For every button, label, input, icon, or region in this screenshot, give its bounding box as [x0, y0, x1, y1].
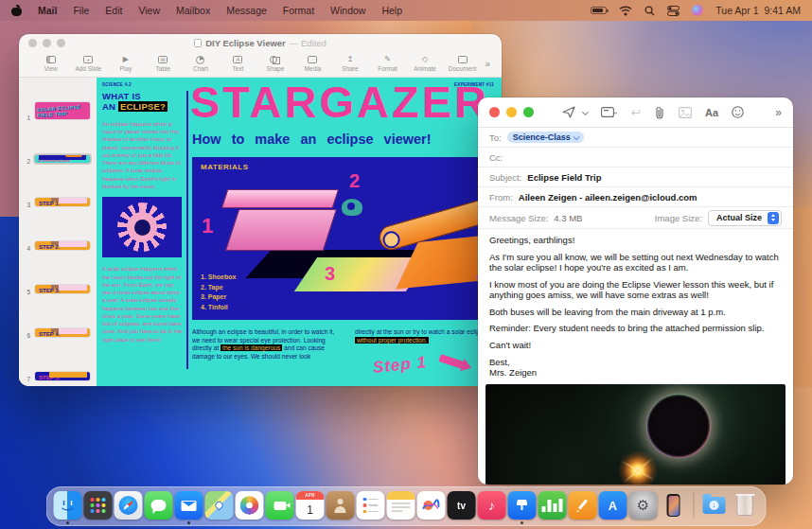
- wifi-icon[interactable]: [619, 6, 632, 16]
- document-proxy-icon[interactable]: [194, 39, 202, 47]
- dock-iphone-mirroring[interactable]: [660, 491, 688, 520]
- reply-button[interactable]: ↩: [631, 106, 641, 119]
- menu-mailbox[interactable]: Mailbox: [176, 5, 210, 16]
- send-button[interactable]: [562, 106, 575, 118]
- mail-compose-window: ↩ Aa » To: Science-Class Cc: Subject: Ec…: [478, 97, 793, 485]
- message-body[interactable]: Greetings, earthlings! As I'm sure you a…: [478, 229, 793, 379]
- dock-keynote[interactable]: [508, 491, 537, 520]
- dock-contacts[interactable]: [327, 491, 355, 520]
- menu-help[interactable]: Help: [381, 5, 402, 16]
- toolbar-shape-button[interactable]: Shape: [256, 55, 294, 72]
- menu-view[interactable]: View: [138, 5, 160, 16]
- image-size-select[interactable]: Actual Size: [708, 210, 782, 226]
- zoom-button[interactable]: [523, 107, 534, 117]
- control-center-icon[interactable]: [667, 6, 680, 16]
- dock-photos[interactable]: [236, 491, 264, 520]
- dock-reminders[interactable]: [357, 491, 385, 520]
- dock: APR 1 tv ♪: [46, 486, 767, 526]
- chart-icon: [196, 56, 204, 64]
- subject-field[interactable]: Subject: Eclipse Field Trip: [478, 168, 793, 187]
- toolbar-share-button[interactable]: ↥ Share: [331, 55, 369, 72]
- maps-pin-icon: [214, 500, 224, 510]
- toolbar-play-button[interactable]: ▶ Play: [107, 55, 145, 72]
- dock-mail[interactable]: [175, 491, 203, 520]
- play-icon: ▶: [123, 55, 129, 64]
- menu-edit[interactable]: Edit: [105, 5, 122, 16]
- header-fields-button[interactable]: [601, 107, 617, 118]
- dock-app-store[interactable]: A: [599, 491, 627, 520]
- to-field[interactable]: To: Science-Class: [478, 128, 793, 148]
- slide-number: 3: [19, 202, 33, 208]
- close-button[interactable]: [489, 107, 500, 117]
- toolbar-document-button[interactable]: Document: [444, 55, 482, 72]
- search-icon[interactable]: [644, 6, 655, 16]
- dock-downloads[interactable]: [700, 491, 729, 520]
- recipient-token[interactable]: Science-Class: [507, 132, 584, 143]
- menu-format[interactable]: Format: [283, 5, 314, 16]
- pages-pen-icon: [576, 499, 590, 512]
- emoji-button[interactable]: [732, 106, 744, 118]
- send-options-chevron[interactable]: [582, 109, 589, 115]
- toolbar-overflow-chevron[interactable]: »: [775, 106, 782, 119]
- slide-navigator: 1 SOLAR ECLIPSE FIELD TRIP 2 STARGAZER 3…: [19, 78, 97, 386]
- eclipse-photo-attachment[interactable]: [485, 384, 786, 485]
- dock-music[interactable]: ♪: [478, 491, 506, 520]
- dock-freeform[interactable]: [417, 491, 446, 520]
- slide-thumbnail-1[interactable]: SOLAR ECLIPSE FIELD TRIP: [35, 102, 90, 119]
- attach-button[interactable]: [655, 106, 664, 119]
- toolbar-table-button[interactable]: ⊞ Table: [145, 55, 183, 72]
- dock-launchpad[interactable]: [84, 491, 113, 520]
- dock-apple-tv[interactable]: tv: [448, 491, 476, 520]
- slide-thumbnail-5[interactable]: STEP 3:: [35, 285, 90, 293]
- toolbar-chart-button[interactable]: Chart: [182, 55, 220, 72]
- dock-maps[interactable]: [205, 491, 234, 520]
- thumbnail-art: [39, 155, 86, 160]
- close-button[interactable]: [28, 39, 37, 47]
- dock-numbers[interactable]: [538, 491, 567, 520]
- document-icon: [458, 56, 468, 63]
- menu-app-name[interactable]: Mail: [38, 5, 57, 16]
- slide-thumbnail-6[interactable]: STEP 4:: [35, 328, 90, 337]
- keynote-window: DIY Eclipse Viewer — Edited View + Add S…: [19, 34, 502, 386]
- menu-message[interactable]: Message: [226, 5, 267, 16]
- cc-field[interactable]: Cc:: [478, 148, 793, 168]
- footer-column-1: Although an eclipse is beautiful, in ord…: [192, 328, 342, 361]
- format-button[interactable]: Aa: [705, 107, 718, 118]
- dock-facetime[interactable]: [266, 491, 294, 520]
- dock-calendar[interactable]: APR 1: [296, 491, 325, 520]
- apple-menu-icon[interactable]: [11, 5, 22, 16]
- toolbar-overflow-chevron[interactable]: »: [485, 59, 490, 69]
- toolbar-text-button[interactable]: A Text: [220, 55, 257, 72]
- keynote-title-bar[interactable]: DIY Eclipse Viewer — Edited: [19, 34, 502, 52]
- photo-browser-button[interactable]: [679, 107, 692, 118]
- toolbar-view-button[interactable]: View: [32, 55, 70, 72]
- dock-system-settings[interactable]: ⚙: [629, 491, 658, 520]
- from-field[interactable]: From: Aileen Zeigen - aileen.zeigen@iclo…: [478, 187, 793, 207]
- dock-pages[interactable]: [569, 491, 597, 520]
- zoom-button[interactable]: [57, 39, 65, 47]
- menu-bar-clock[interactable]: Tue Apr 1 9:41 AM: [715, 5, 801, 16]
- format-brush-icon: ✎: [384, 55, 391, 64]
- minimize-button[interactable]: [506, 107, 517, 117]
- slide-thumbnail-2[interactable]: STARGAZER: [35, 155, 90, 163]
- slide-thumbnail-7[interactable]: STEP 5:: [35, 372, 90, 380]
- menu-window[interactable]: Window: [330, 5, 365, 16]
- slide-canvas[interactable]: SCIENCE 4.2 EXPERIMENT #11 WHAT IS AN EC…: [97, 78, 502, 386]
- slide-thumbnail-4[interactable]: STEP 2:: [35, 241, 90, 250]
- toolbar-media-button[interactable]: ◦ Media: [294, 55, 332, 72]
- dock-safari[interactable]: [115, 491, 143, 520]
- dock-messages[interactable]: [145, 491, 173, 520]
- dock-finder[interactable]: [54, 491, 82, 520]
- battery-icon[interactable]: [591, 7, 607, 14]
- slide-thumbnail-3[interactable]: STEP 1:: [35, 198, 90, 206]
- toolbar-animate-button[interactable]: ◇ Animate: [406, 55, 444, 72]
- dock-notes[interactable]: [387, 491, 415, 520]
- siri-icon[interactable]: [692, 5, 703, 16]
- mail-toolbar[interactable]: ↩ Aa »: [478, 97, 793, 128]
- minimize-button[interactable]: [43, 39, 51, 47]
- trash-icon: [736, 495, 752, 516]
- dock-trash[interactable]: [731, 491, 759, 520]
- toolbar-format-button[interactable]: ✎ Format: [369, 55, 407, 72]
- menu-file[interactable]: File: [73, 5, 89, 16]
- toolbar-add-slide-button[interactable]: + Add Slide: [70, 55, 108, 72]
